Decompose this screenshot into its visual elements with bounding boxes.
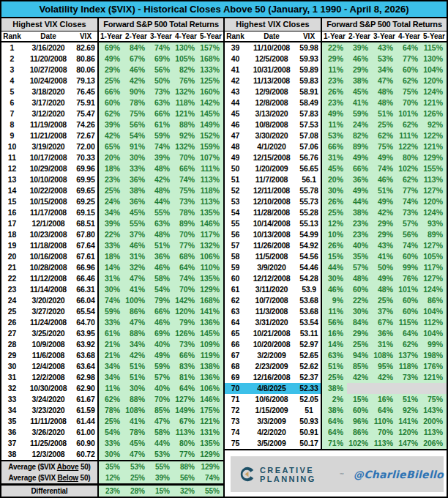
return-1y-cell: 39%: [99, 218, 124, 229]
vix-cell: 79.13: [74, 75, 99, 86]
return-3y-cell: 48%: [372, 97, 397, 108]
return-2y-cell: 88%: [124, 328, 149, 339]
date-cell: 11/17/2008: [23, 207, 74, 218]
rank-cell: 58: [225, 251, 246, 262]
col-header-3-year: 3-Year: [149, 31, 173, 41]
rank-cell: 27: [1, 328, 23, 339]
rank-cell: 21: [1, 262, 23, 273]
return-5y-cell: 159%: [198, 141, 223, 152]
return-2y-cell: 46%: [124, 64, 149, 75]
date-cell: 11/14/2008: [23, 284, 74, 295]
return-4y-cell: 70%: [173, 152, 198, 163]
return-2y-cell: 35%: [347, 251, 372, 262]
return-5y-cell: 124%: [422, 86, 447, 97]
left-rows: 13/16/202082.6969%84%74%130%157%211/20/2…: [1, 42, 223, 460]
date-cell: 3/20/2020: [23, 295, 74, 306]
table-row: 2211/12/200866.4631%47%58%74%135%: [1, 273, 223, 284]
return-2y-cell: 23%: [347, 229, 372, 240]
return-2y-cell: 54%: [124, 130, 149, 141]
return-5y-cell: 112%: [422, 317, 447, 328]
return-5y-cell: 106%: [198, 251, 223, 262]
date-cell: 1/15/2009: [246, 405, 297, 416]
average-below-label: Average ($VIX Below 50): [1, 472, 99, 483]
vix-cell: 67.61: [74, 251, 99, 262]
return-2y-cell: 40%: [347, 240, 372, 251]
date-cell: 10/7/2008: [246, 295, 297, 306]
date-cell: 3/5/2009: [246, 438, 297, 449]
return-3y-cell: 46%: [149, 317, 173, 328]
return-1y-cell: 23%: [99, 174, 124, 185]
return-1y-cell: 25%: [322, 372, 347, 383]
vix-cell: 56.76: [297, 152, 322, 163]
return-5y-cell: 157%: [198, 42, 223, 53]
return-5y-cell: 111%: [198, 163, 223, 174]
differential-value-cell: 28%: [124, 486, 149, 497]
col-header-4-year: 4-Year: [173, 31, 198, 41]
return-1y-cell: 25%: [99, 185, 124, 196]
return-1y-cell: 62%: [99, 108, 124, 119]
group-header-vix-closes: Highest VIX Closes: [225, 18, 322, 31]
trademark-mark: ™: [340, 472, 344, 477]
rank-cell: 17: [1, 218, 23, 229]
return-5y-cell: 124%: [422, 284, 447, 295]
rank-cell: 31: [1, 372, 23, 383]
return-5y-cell: 149%: [198, 119, 223, 130]
return-2y-cell: 46%: [347, 53, 372, 64]
date-cell: 3/24/2020: [23, 394, 74, 405]
vix-cell: 52.05: [297, 394, 322, 405]
table-row: 3012/4/200863.6434%51%59%83%138%: [1, 361, 223, 372]
table-row: 5312/10/200855.7326%44%49%74%120%: [225, 196, 447, 207]
table-row: 6012/12/200854.2830%48%49%76%127%: [225, 273, 447, 284]
date-cell: 12/11/2008: [246, 185, 297, 196]
average-above-row: Average ($VIX Above 50) 35%53%55%88%129%: [1, 461, 223, 472]
table-row: 6912/16/200852.3725%42%42%73%121%: [225, 372, 447, 383]
date-cell: 12/9/2008: [246, 86, 297, 97]
table-row: 5811/5/200854.5615%35%41%60%105%: [225, 251, 447, 262]
return-2y-cell: 59%: [347, 108, 372, 119]
table-row: 2010/16/200867.6118%31%36%68%106%: [1, 251, 223, 262]
return-3y-cell: 74%: [149, 42, 173, 53]
return-4y-cell: 132%: [173, 86, 198, 97]
return-5y-cell: 136%: [198, 372, 223, 383]
rank-cell: 74: [225, 427, 246, 438]
return-4y-cell: 74%: [173, 273, 198, 284]
return-4y-cell: 101%: [397, 108, 422, 119]
col-header-rank: Rank: [225, 31, 246, 41]
return-4y-cell: 149%: [173, 405, 198, 416]
table-row: 5411/28/200855.2825%38%42%73%124%: [225, 207, 447, 218]
table-row: 363/26/202061.0054%78%58%113%131%: [1, 427, 223, 438]
return-2y-cell: 55%: [124, 218, 149, 229]
rank-cell: 57: [225, 240, 246, 251]
vix-cell: 63.68: [74, 350, 99, 361]
return-2y-cell: 22%: [347, 295, 372, 306]
return-2y-cell: 37%: [124, 229, 149, 240]
rank-cell: 3: [1, 64, 23, 75]
rank-cell: 23: [1, 284, 23, 295]
return-2y-cell: 102%: [347, 438, 372, 449]
return-4y-cell: 77%: [173, 240, 198, 251]
vix-cell: 54.92: [297, 240, 322, 251]
return-1y-cell: 49%: [99, 53, 124, 64]
average-below-values: 12%25%39%56%74%: [99, 472, 223, 483]
average-below-value-cell: 74%: [198, 472, 223, 483]
rank-cell: 11: [1, 152, 23, 163]
table-row: 1911/18/200867.6433%46%51%77%132%: [1, 240, 223, 251]
return-2y-cell: 48%: [347, 273, 372, 284]
return-1y-cell: 45%: [322, 163, 347, 174]
vix-cell: 53.68: [297, 306, 322, 317]
return-3y-cell: 49%: [372, 273, 397, 284]
return-2y-cell: 39%: [347, 42, 372, 53]
return-4y-cell: 60%: [397, 306, 422, 317]
return-4y-cell: 70%: [173, 284, 198, 295]
vix-cell: 61.44: [74, 416, 99, 427]
return-2y-cell: 29%: [347, 328, 372, 339]
rank-cell: 56: [225, 229, 246, 240]
return-4y-cell: 77%: [397, 185, 422, 196]
return-5y-cell: 168%: [198, 53, 223, 64]
return-4y-cell: 118%: [397, 361, 422, 372]
return-3y-cell: [372, 383, 397, 394]
return-1y-cell: 49%: [322, 108, 347, 119]
return-2y-cell: 34%: [124, 339, 149, 350]
return-3y-cell: 59%: [149, 130, 173, 141]
return-2y-cell: 42%: [124, 350, 149, 361]
